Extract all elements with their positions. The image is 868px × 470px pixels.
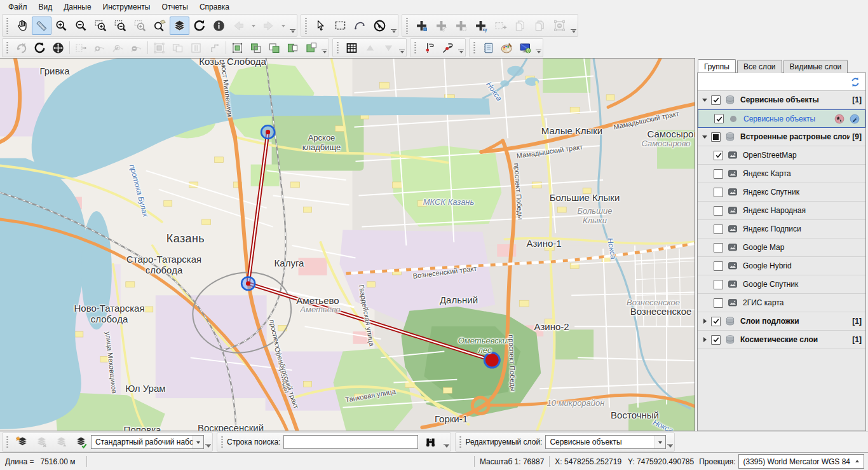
workset-save-button[interactable] [71, 433, 91, 452]
layer-group-Косметические слои[interactable]: Косметические слои[1] [698, 331, 865, 349]
layer-item-Google Map[interactable]: Google Map [698, 238, 865, 257]
select-object-button[interactable] [311, 17, 330, 35]
layer-item-Яндекс Спутник[interactable]: Яндекс Спутник [698, 183, 865, 202]
menu-Инструменты[interactable]: Инструменты [97, 1, 156, 13]
toolbar-grip[interactable] [6, 41, 8, 54]
toolbar-overflow[interactable] [444, 444, 449, 450]
tab-Видимые слои[interactable]: Видимые слои [783, 60, 848, 73]
toolbar-overflow[interactable] [571, 29, 576, 35]
toolbar-grip[interactable] [305, 17, 307, 34]
nav-back-dropdown[interactable] [248, 22, 259, 30]
toolbar-grip[interactable] [473, 41, 475, 54]
toolbar-grip[interactable] [414, 41, 416, 54]
visibility-checkbox[interactable] [711, 95, 721, 105]
topo-union-button[interactable] [247, 39, 265, 57]
projection-combo[interactable]: (3395) World Mercator WGS 84 [738, 454, 865, 469]
snap-to-edge-button[interactable] [420, 39, 438, 57]
attribute-table-button[interactable] [342, 39, 361, 57]
layer-item-Google Hybrid[interactable]: Google Hybrid [698, 257, 865, 275]
zoom-in-rect-button[interactable] [91, 17, 111, 35]
layers-visibility-button[interactable] [170, 17, 189, 35]
visibility-checkbox[interactable] [714, 298, 723, 308]
layer-item-Google Спутник[interactable]: Google Спутник [698, 275, 865, 294]
service-settings-button[interactable] [516, 39, 534, 57]
collapse-icon[interactable] [700, 96, 710, 104]
layer-group-Встроенные растровые слои[interactable]: Встроенные растровые слои[9] [698, 128, 865, 146]
layer-item-Яндекс Подписи[interactable]: Яндекс Подписи [698, 220, 865, 238]
tab-Группы[interactable]: Группы [698, 59, 736, 73]
toolbar-overflow[interactable] [322, 50, 327, 55]
menu-Вид[interactable]: Вид [33, 1, 58, 13]
visibility-checkbox[interactable] [714, 188, 723, 197]
zoom-initial-button[interactable] [150, 17, 170, 35]
toolbar-overflow[interactable] [458, 50, 464, 55]
visibility-checkbox[interactable] [714, 280, 723, 289]
layer-item-OpenStreetMap[interactable]: OpenStreetMap [698, 146, 865, 165]
rotate-object-button[interactable] [31, 39, 49, 57]
layer-group-Слои подложки[interactable]: Слои подложки[1] [698, 312, 865, 331]
move-object-button[interactable] [49, 39, 67, 57]
collapse-icon[interactable] [700, 133, 710, 141]
layer-item-Сервисные объекты[interactable]: Сервисные объекты [698, 109, 865, 128]
zoom-out-button[interactable] [71, 17, 91, 35]
layer-item-2ГИС карта[interactable]: 2ГИС карта [698, 294, 865, 312]
toolbar-overflow[interactable] [399, 50, 405, 55]
tab-Все слои[interactable]: Все слои [737, 60, 782, 73]
clear-selection-button[interactable] [370, 17, 390, 35]
topo-select-button[interactable] [228, 39, 247, 57]
workset-new-button[interactable] [12, 433, 32, 452]
toolbar-grip[interactable] [406, 17, 408, 34]
layer-item-Яндекс Карта[interactable]: Яндекс Карта [698, 165, 865, 183]
pan-button[interactable] [12, 17, 32, 35]
editable-layer-combo[interactable]: Сервисные объекты [545, 435, 666, 449]
toolbar-grip[interactable] [6, 436, 8, 448]
legend-button[interactable] [479, 39, 498, 57]
find-button[interactable] [418, 433, 442, 452]
visibility-checkbox[interactable] [714, 261, 723, 271]
snap-to-node-button[interactable] [438, 39, 457, 57]
menu-Файл[interactable]: Файл [3, 1, 33, 13]
visibility-checkbox[interactable] [714, 225, 723, 234]
toolbar-overflow[interactable] [536, 50, 541, 55]
zoom-out-rect-button[interactable] [111, 17, 130, 35]
layer-group-Сервисные объекты[interactable]: Сервисные объекты[1] [698, 91, 865, 109]
expand-icon[interactable] [700, 319, 710, 324]
chevron-down-icon[interactable] [654, 436, 665, 448]
select-lasso-button[interactable] [350, 17, 370, 35]
topo-symdiff-button[interactable] [283, 39, 302, 57]
style-editor-button[interactable] [498, 39, 516, 57]
layers-filter-row[interactable] [698, 73, 865, 91]
map-canvas[interactable] [0, 59, 695, 431]
visibility-checkbox[interactable] [714, 114, 724, 123]
nav-forward-dropdown[interactable] [278, 22, 288, 30]
menu-Данные[interactable]: Данные [58, 1, 97, 13]
menu-Справка[interactable]: Справка [194, 1, 235, 13]
refresh-map-button[interactable] [189, 17, 209, 35]
menu-Отчеты[interactable]: Отчеты [156, 1, 193, 13]
visibility-checkbox[interactable] [714, 243, 723, 252]
topo-clip-button[interactable] [302, 39, 320, 57]
visibility-checkbox[interactable] [711, 317, 721, 326]
toolbar-grip[interactable] [337, 41, 339, 54]
toolbar-overflow[interactable] [667, 444, 673, 450]
add-object-button[interactable] [412, 17, 431, 35]
toolbar-overflow[interactable] [391, 29, 397, 35]
expand-icon[interactable] [700, 337, 710, 342]
visibility-checkbox[interactable] [711, 132, 721, 142]
search-input[interactable] [283, 435, 418, 449]
measure-length-button[interactable] [32, 17, 51, 35]
layer-item-Яндекс Народная[interactable]: Яндекс Народная [698, 202, 865, 220]
toolbar-overflow[interactable] [205, 444, 211, 450]
edit-obj-icon[interactable] [848, 113, 861, 125]
toolbar-grip[interactable] [221, 436, 223, 448]
toolbar-grip[interactable] [459, 436, 461, 448]
map-viewport[interactable]: Козья СлободаГривкамост МиллениумКазаньС… [0, 58, 695, 431]
visibility-checkbox[interactable] [714, 206, 723, 216]
workset-combo[interactable]: Стандартный рабочий набор [91, 435, 204, 449]
chevron-down-icon[interactable] [193, 436, 203, 448]
refresh-layers-button[interactable] [848, 75, 862, 89]
select-rect-button[interactable] [330, 17, 350, 35]
object-info-button[interactable] [209, 17, 229, 35]
toolbar-overflow[interactable] [290, 29, 295, 35]
toolbar-grip[interactable] [6, 17, 8, 34]
